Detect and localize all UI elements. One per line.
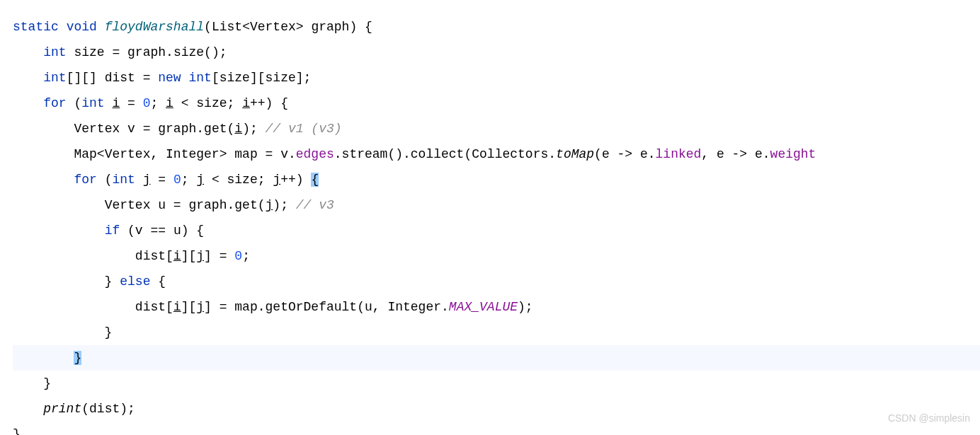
ident: v — [280, 147, 288, 161]
ident: dist — [135, 300, 166, 314]
sym: ) { — [349, 20, 372, 34]
call: getOrDefault — [266, 300, 358, 314]
var-i: i — [173, 249, 181, 263]
kw-static: static — [13, 20, 59, 34]
var-j: j — [196, 173, 204, 187]
ident: size — [196, 96, 227, 110]
call: collect — [411, 147, 465, 161]
kw-new: new — [158, 71, 181, 85]
kw-void: void — [67, 20, 97, 34]
type: List — [212, 20, 242, 34]
kw-for: for — [43, 96, 66, 110]
var: dist — [105, 71, 135, 85]
param: graph — [311, 20, 349, 34]
var-i: i — [242, 96, 250, 110]
code-line: Map<Vertex, Integer> map = v.edges.strea… — [13, 141, 980, 167]
ident: graph — [127, 45, 166, 59]
ident: map — [234, 300, 257, 314]
code-line: for (int i = 0; i < size; i++) { — [13, 91, 980, 116]
code-line: } — [13, 371, 980, 396]
kw-if: if — [105, 224, 120, 238]
code-line: Vertex v = graph.get(i); // v1 (v3) — [13, 116, 980, 141]
field: weight — [770, 147, 816, 161]
code-block: static void floydWarshall(List<Vertex> g… — [13, 14, 980, 435]
type: Vertex — [74, 122, 120, 136]
kw-int: int — [81, 96, 104, 110]
field: linked — [656, 147, 702, 161]
ident: dist — [89, 402, 120, 416]
kw-int: int — [43, 45, 66, 59]
var: size — [74, 45, 104, 59]
code-line: print(dist); — [13, 396, 980, 422]
num: 0 — [234, 249, 242, 263]
var-i: i — [173, 300, 181, 314]
call: get — [234, 198, 257, 212]
static-call: print — [43, 402, 81, 416]
call: stream — [342, 147, 388, 161]
code-line: for (int j = 0; j < size; j++) { — [13, 167, 980, 192]
ident: size — [266, 71, 296, 85]
kw-int: int — [43, 71, 66, 85]
type: Map — [74, 147, 96, 161]
ident: v — [135, 224, 143, 238]
comment: // v1 (v3) — [266, 122, 342, 136]
var-j: j — [266, 198, 273, 212]
var: map — [234, 147, 257, 161]
var-j: j — [143, 173, 151, 187]
comment: // v3 — [296, 198, 334, 212]
code-line: static void floydWarshall(List<Vertex> g… — [13, 14, 980, 40]
kw-int: int — [188, 71, 211, 85]
code-line: } else { — [13, 269, 980, 294]
current-line: } — [13, 345, 980, 371]
code-line: dist[i][j] = 0; — [13, 243, 980, 269]
ident: graph — [188, 198, 227, 212]
field: edges — [296, 147, 334, 161]
ident: u — [365, 300, 372, 314]
code-line: int size = graph.size(); — [13, 40, 980, 65]
ident: graph — [158, 122, 196, 136]
code-line: int[][] dist = new int[size][size]; — [13, 65, 980, 91]
var-i: i — [234, 122, 242, 136]
code-line: if (v == u) { — [13, 218, 980, 243]
type: Vertex — [105, 147, 151, 161]
kw-for: for — [74, 173, 96, 187]
var: v — [127, 122, 135, 136]
method-name: floydWarshall — [105, 20, 204, 34]
constant: MAX_VALUE — [449, 300, 518, 314]
var-j: j — [196, 300, 204, 314]
static-call: toMap — [556, 147, 594, 161]
ident: size — [227, 173, 258, 187]
kw-int: int — [112, 173, 135, 187]
ident: dist — [135, 249, 166, 263]
lambda: e -> e — [602, 147, 648, 161]
ident: size — [220, 71, 250, 85]
type: Integer — [387, 300, 441, 314]
call: get — [204, 122, 227, 136]
code-line: Vertex u = graph.get(j); // v3 — [13, 192, 980, 218]
paren: ( — [204, 20, 212, 34]
num: 0 — [173, 173, 181, 187]
watermark: CSDN @simplesin — [888, 405, 970, 431]
var-i: i — [112, 96, 120, 110]
sym: > — [296, 20, 304, 34]
num: 0 — [143, 96, 151, 110]
type: Vertex — [250, 20, 296, 34]
ident: u — [173, 224, 181, 238]
type: Vertex — [105, 198, 151, 212]
code-line: } — [13, 422, 980, 435]
var-j: j — [196, 249, 204, 263]
var-j: j — [273, 173, 280, 187]
code-line: dist[i][j] = map.getOrDefault(u, Integer… — [13, 294, 980, 320]
matching-brace: } — [74, 351, 81, 365]
sym: < — [242, 20, 250, 34]
var-i: i — [166, 96, 173, 110]
matching-brace: { — [311, 173, 319, 187]
var: u — [158, 198, 166, 212]
call: size — [173, 45, 204, 59]
type: Collectors — [472, 147, 548, 161]
kw-else: else — [120, 274, 150, 289]
type: Integer — [166, 147, 220, 161]
code-line: } — [13, 320, 980, 345]
lambda: e -> e — [717, 147, 763, 161]
